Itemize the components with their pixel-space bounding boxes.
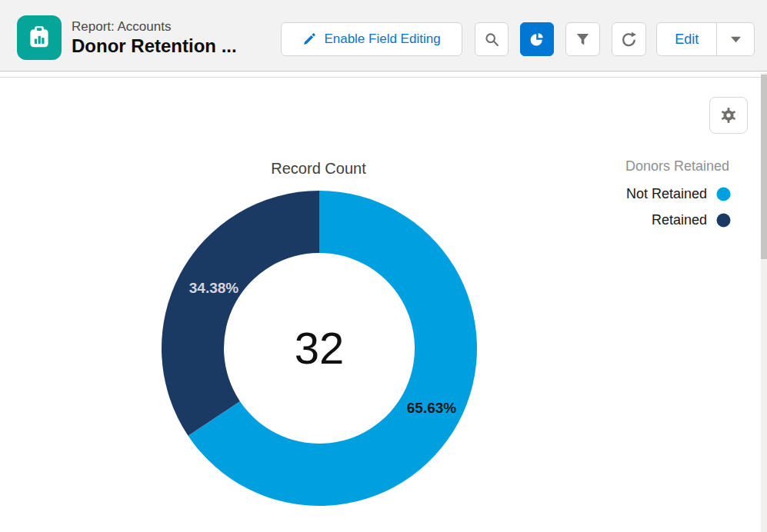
vertical-scrollbar[interactable] xyxy=(761,73,767,532)
report-eyebrow: Report: Accounts xyxy=(72,19,171,35)
percent-label-not-retained: 65.63% xyxy=(407,400,457,416)
donut-center-total: 32 xyxy=(295,323,345,373)
slice-retained[interactable] xyxy=(162,191,319,436)
refresh-icon xyxy=(621,32,637,48)
report-icon-tile xyxy=(17,15,62,60)
chevron-down-icon xyxy=(731,36,741,43)
enable-field-editing-label: Enable Field Editing xyxy=(324,32,440,47)
percent-label-retained: 34.38% xyxy=(189,280,239,296)
pencil-icon xyxy=(302,32,316,46)
filter-icon xyxy=(576,33,589,46)
refresh-button[interactable] xyxy=(612,22,646,56)
legend-item-retained[interactable]: Retained xyxy=(652,212,731,228)
search-button[interactable] xyxy=(475,22,509,56)
report-page: Report: Accounts Donor Retention ... Ena… xyxy=(0,0,767,532)
report-clipboard-icon xyxy=(23,22,55,54)
edit-button[interactable]: Edit xyxy=(657,23,716,55)
search-icon xyxy=(485,32,499,47)
page-title: Donor Retention ... xyxy=(72,35,237,57)
legend-title: Donors Retained xyxy=(625,158,729,175)
enable-field-editing-button[interactable]: Enable Field Editing xyxy=(281,22,462,56)
edit-button-label: Edit xyxy=(675,32,699,48)
pie-chart-icon xyxy=(529,32,545,47)
edit-button-group: Edit xyxy=(656,22,755,56)
chart-legend: Donors Retained Not Retained Retained xyxy=(625,158,731,228)
donut-chart: 34.38% 65.63% 32 xyxy=(158,187,481,510)
edit-dropdown-button[interactable] xyxy=(716,23,754,55)
chart-title: Record Count xyxy=(203,160,434,178)
legend-item-label: Retained xyxy=(652,212,707,228)
legend-swatch-retained xyxy=(716,213,731,228)
chart-toggle-button[interactable] xyxy=(520,22,554,56)
legend-swatch-not-retained xyxy=(716,187,731,201)
chart-settings-button[interactable] xyxy=(709,97,748,134)
report-header: Report: Accounts Donor Retention ... Ena… xyxy=(0,0,767,71)
legend-item-label: Not Retained xyxy=(626,186,707,202)
filter-button[interactable] xyxy=(565,22,600,56)
content-divider xyxy=(0,77,761,78)
scrollbar-thumb[interactable] xyxy=(761,75,767,259)
legend-item-not-retained[interactable]: Not Retained xyxy=(626,186,731,202)
gear-icon xyxy=(719,106,738,125)
